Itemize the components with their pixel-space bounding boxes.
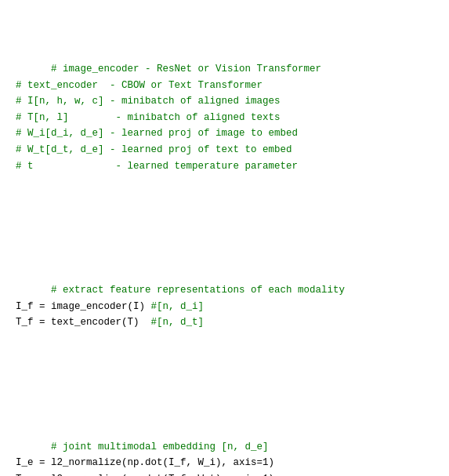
code-block: # image_encoder - ResNet or Vision Trans… bbox=[16, 13, 433, 231]
comment-line-6: # W_t[d_t, d_e] - learned proj of text t… bbox=[16, 144, 292, 155]
comment-line-2: # text_encoder - CBOW or Text Transforme… bbox=[16, 80, 263, 91]
comment-line-3: # I[n, h, w, c] - minibatch of aligned i… bbox=[16, 96, 281, 107]
comment-line-5: # W_i[d_i, d_e] - learned proj of image … bbox=[16, 128, 298, 139]
section1-code-2: T_f = text_encoder(T) #[n, d_t] bbox=[16, 317, 204, 328]
section2-comment: # joint multimodal embedding [n, d_e] bbox=[51, 441, 269, 452]
comments-section: # image_encoder - ResNet or Vision Trans… bbox=[16, 45, 433, 191]
section2-block: # joint multimodal embedding [n, d_e] I_… bbox=[16, 391, 433, 476]
comment-line-1: # image_encoder - ResNet or Vision Trans… bbox=[51, 64, 321, 74]
comment-line-7: # t - learned temperature parameter bbox=[16, 161, 298, 172]
section2-code-1: I_e = l2_normalize(np.dot(I_f, W_i), axi… bbox=[16, 457, 274, 468]
section1-comment: # extract feature representations of eac… bbox=[51, 285, 345, 296]
section1: # extract feature representations of eac… bbox=[16, 266, 433, 347]
section1-block: # extract feature representations of eac… bbox=[16, 234, 433, 387]
comment-line-4: # T[n, l] - minibatch of aligned texts bbox=[16, 112, 281, 123]
section1-code-1: I_f = image_encoder(I) #[n, d_i] bbox=[16, 301, 204, 312]
section2: # joint multimodal embedding [n, d_e] I_… bbox=[16, 423, 433, 476]
page-container: # image_encoder - ResNet or Vision Trans… bbox=[0, 0, 449, 476]
